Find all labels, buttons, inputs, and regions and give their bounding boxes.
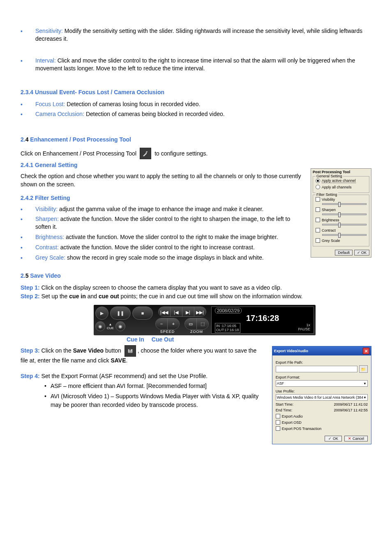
- heading-24: 2.4 Enhancement / Post Processing Tool: [21, 136, 371, 143]
- heading-24-prefix: 2.: [21, 136, 25, 143]
- default-button[interactable]: Default: [335, 250, 353, 255]
- pp-line-a: Click on Enhancement / Post Processing T…: [21, 150, 136, 158]
- start-value: 2009/06/17 11:41:02: [334, 402, 368, 406]
- bullet-item: • Interval: Click and move the slider co…: [21, 57, 371, 72]
- check-brightness[interactable]: Brightness: [315, 217, 367, 223]
- format-select[interactable]: ASF▼: [276, 380, 368, 387]
- play-button[interactable]: ▶: [95, 307, 108, 320]
- check-icon: ✓: [328, 437, 332, 441]
- skip-controls: |◀◀ |◀ ▶| ▶▶|: [158, 307, 206, 317]
- term-interval: Interval:: [35, 57, 56, 64]
- term-greyscale: Grey Scale:: [35, 254, 65, 261]
- term-brightness: Brightness:: [35, 234, 64, 240]
- radio-apply-all[interactable]: Apply all channels: [315, 184, 367, 190]
- step3-a: Click on the: [40, 347, 73, 354]
- check май поддsharki[interactable]: Sharpen: [315, 207, 367, 213]
- document-page: • Sensitivity: Modify the sensitivity se…: [0, 0, 392, 555]
- step4-bullet: •AVI (Microsoft Video 1) – Supports Wind…: [44, 392, 262, 409]
- playback-info: 2008/02/29 17:16:28 IN :17:16:05 OUT:17:…: [211, 307, 314, 334]
- radio-icon: [316, 179, 320, 183]
- playback-date: 2008/02/29: [215, 308, 242, 313]
- bullet-dot: •: [21, 27, 35, 35]
- cue-in-button[interactable]: ◉: [95, 321, 105, 331]
- slider-sharpen[interactable]: [322, 214, 367, 215]
- bullet-item: • Sensitivity: Modify the sensitivity se…: [21, 27, 371, 43]
- svg-rect-2: [129, 349, 131, 351]
- export-osd-check[interactable]: Export OSD: [276, 420, 368, 425]
- zoom-rect-button[interactable]: ▭: [185, 318, 196, 329]
- step3-f: .: [126, 357, 128, 364]
- path-label: Export File Path:: [276, 360, 368, 365]
- cue-out-time: OUT:17:16:18: [216, 328, 239, 332]
- svg-rect-3: [129, 351, 131, 353]
- cueout-label: Cue Out: [152, 336, 174, 343]
- body-text: Detection of cameras losing focus in rec…: [65, 101, 200, 107]
- start-label: Start Time:: [276, 402, 294, 406]
- profile-value: Windows Media Video 8 for Local Area Net…: [277, 395, 363, 399]
- svg-rect-0: [146, 151, 148, 153]
- browse-button[interactable]: 📁: [359, 365, 368, 373]
- format-value: ASF: [277, 381, 284, 385]
- radio-label: Apply all channels: [322, 185, 352, 189]
- body-text: Click and move the slider control to the…: [35, 57, 355, 72]
- skip-first-button[interactable]: |◀◀: [159, 307, 170, 317]
- cancel-button[interactable]: ✕Cancel: [344, 436, 368, 441]
- radio-apply-active[interactable]: Apply active channel: [315, 178, 367, 184]
- step3-savevideo: Save Video: [73, 347, 104, 354]
- profile-select[interactable]: Windows Media Video 8 for Local Area Net…: [276, 394, 368, 401]
- check-visibility[interactable]: Visibility: [315, 196, 367, 202]
- checkbox-icon: [276, 414, 280, 418]
- zoom-wide-button[interactable]: ⬚: [196, 318, 208, 329]
- step2-a: Set up the: [40, 293, 69, 300]
- term-focuslost: Focus Lost:: [35, 101, 65, 107]
- heading-241: 2.4.1 General Setting: [21, 162, 371, 168]
- x-icon: ✕: [348, 437, 351, 441]
- speed-down-button[interactable]: −: [156, 318, 167, 329]
- checkbox-icon: [276, 426, 280, 431]
- cue-label: ▲CUE: [107, 323, 114, 330]
- body-text: show the record in grey scale mode so th…: [65, 254, 263, 261]
- checkbox-icon: [316, 197, 320, 202]
- skip-next-button[interactable]: ▶|: [182, 307, 194, 317]
- check-label: Visibility: [322, 197, 335, 202]
- slider-contract[interactable]: [322, 234, 367, 236]
- profile-label: Use Profile:: [276, 389, 368, 393]
- check-contract[interactable]: Contract: [315, 227, 367, 233]
- chevron-down-icon: ▼: [363, 396, 367, 399]
- export-audio-check[interactable]: Export Audio: [276, 414, 368, 418]
- step2: Step 2: Set up the cue in and cue out po…: [21, 293, 371, 301]
- ok-button[interactable]: ✓OK: [325, 436, 342, 441]
- stop-button[interactable]: ■: [132, 307, 153, 320]
- inout-box: IN :17:16:05 OUT:17:16:18: [215, 323, 240, 333]
- end-label: End Time:: [276, 408, 293, 412]
- heading-24-title: Enhancement / Post Processing Tool: [28, 136, 131, 143]
- export-pos-check[interactable]: Export POS Transaction: [276, 426, 368, 431]
- post-processing-panel: Post Processing Tool General Setting App…: [311, 168, 371, 258]
- skip-last-button[interactable]: ▶▶|: [194, 307, 206, 317]
- term-sharpen: Sharpen:: [35, 216, 59, 222]
- cue-labels: Cue In Cue Out: [127, 336, 371, 343]
- checkbox-icon: [316, 218, 320, 222]
- cue-out-button[interactable]: ◉: [115, 321, 125, 331]
- path-input[interactable]: [276, 366, 357, 372]
- ok-button[interactable]: ✓OK: [354, 250, 369, 255]
- close-button[interactable]: ✕: [363, 348, 369, 354]
- slider-brightness[interactable]: [322, 224, 367, 225]
- cuein-label: Cue In: [127, 336, 144, 343]
- step2-cuein: cue in: [69, 293, 85, 300]
- pause-button[interactable]: ❚❚: [110, 307, 131, 320]
- bullet-dot: •: [21, 100, 35, 108]
- zoom-label: ZOOM: [190, 330, 203, 334]
- step4-text: Set the Export Format (ASF recommend) an…: [40, 373, 208, 379]
- cue-in-time: IN :17:16:05: [216, 324, 239, 328]
- body-text: activate the function. Move the slider c…: [64, 234, 278, 240]
- speed-up-button[interactable]: +: [167, 318, 179, 329]
- cancel-label: Cancel: [353, 437, 364, 441]
- check-greyscale[interactable]: Grey Scale: [315, 237, 367, 244]
- heading-242: 2.4.2 Filter Setting: [21, 195, 302, 201]
- skip-prev-button[interactable]: |◀: [170, 307, 182, 317]
- filter-setting-legend: Filter Setting: [316, 193, 338, 197]
- pp-line-b: to configure settings.: [154, 150, 208, 158]
- checkbox-icon: [276, 420, 280, 425]
- slider-visibility[interactable]: [322, 203, 367, 205]
